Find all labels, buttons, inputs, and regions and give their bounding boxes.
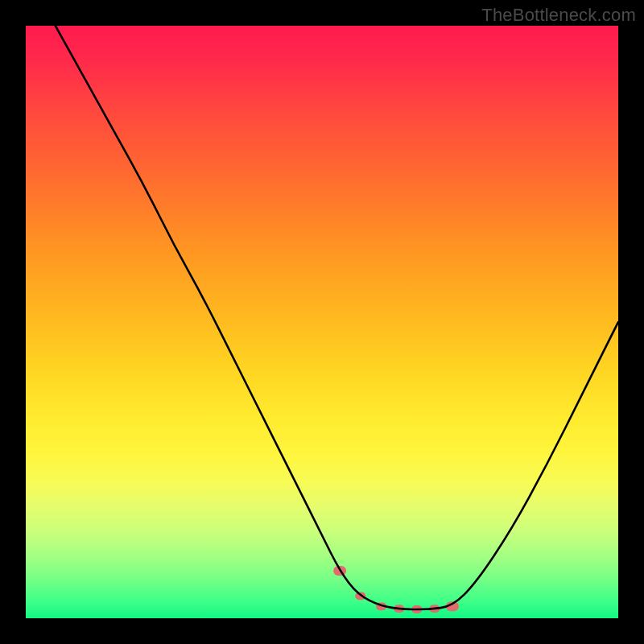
- watermark-text: TheBottleneck.com: [481, 5, 636, 26]
- bumps-group: [333, 566, 459, 613]
- chart-container: TheBottleneck.com: [0, 0, 644, 644]
- main-curve: [56, 26, 618, 609]
- chart-svg: [26, 26, 618, 618]
- plot-area: [26, 26, 618, 618]
